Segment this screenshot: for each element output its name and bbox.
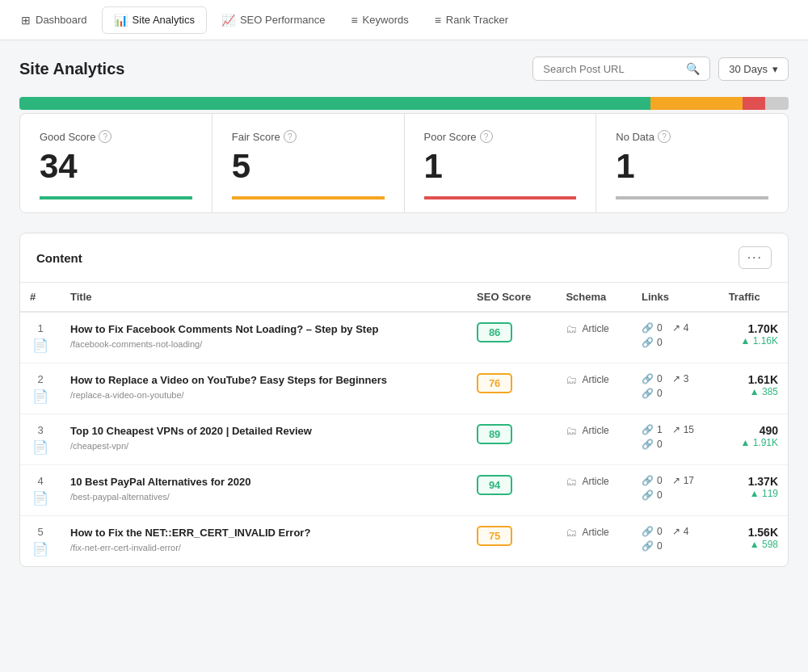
page-title: Site Analytics — [19, 60, 124, 78]
tab-rank-tracker[interactable]: ≡ Rank Tracker — [423, 7, 520, 33]
poor-score-bar — [424, 196, 577, 200]
tab-site-analytics-label: Site Analytics — [133, 14, 195, 26]
cell-traffic: 1.61K ▲ 385 — [719, 363, 788, 414]
score-card-nodata: No Data ? 1 — [596, 114, 788, 212]
cell-links: 🔗 0 ↗ 4 🔗 0 — [632, 312, 719, 363]
score-card-good: Good Score ? 34 — [20, 114, 213, 212]
cell-schema: 🗂 Article — [556, 312, 632, 363]
cell-title: How to Fix the NET::ERR_CERT_INVALID Err… — [61, 516, 467, 567]
cell-seo-score: 75 — [467, 516, 556, 567]
external-link-icon: ↗ — [672, 526, 680, 537]
internal-link-icon: 🔗 — [642, 526, 654, 537]
col-header-schema: Schema — [556, 283, 632, 312]
good-score-help-icon[interactable]: ? — [99, 130, 112, 143]
nodata-score-value: 1 — [616, 149, 768, 183]
cell-seo-score: 86 — [467, 312, 556, 363]
good-score-bar — [40, 196, 192, 200]
schema-icon: 🗂 — [566, 373, 577, 386]
days-label: 30 Days — [729, 63, 768, 75]
good-score-value: 34 — [40, 149, 192, 183]
rank-tracker-icon: ≡ — [435, 14, 441, 27]
search-box[interactable]: 🔍 — [532, 57, 710, 81]
table-row: 4 📄 10 Best PayPal Alternatives for 2020… — [20, 465, 788, 516]
page-header: Site Analytics 🔍 30 Days ▾ — [19, 57, 789, 81]
score-bar-fair — [650, 97, 743, 110]
cell-links: 🔗 1 ↗ 15 🔗 0 — [632, 414, 719, 465]
search-icon: 🔍 — [686, 62, 700, 75]
search-input[interactable] — [543, 63, 680, 75]
doc-icon: 📄 — [32, 439, 48, 455]
content-table: # Title SEO Score Schema Links Traffic 1… — [20, 283, 788, 566]
external-link-icon: ↗ — [672, 424, 680, 435]
table-row: 3 📄 Top 10 Cheapest VPNs of 2020 | Detai… — [20, 414, 788, 465]
schema-icon: 🗂 — [566, 526, 577, 539]
chevron-down-icon: ▾ — [772, 63, 778, 75]
external-link-icon: ↗ — [672, 322, 680, 334]
keywords-icon: ≡ — [351, 14, 357, 27]
cell-links: 🔗 0 ↗ 17 🔗 0 — [632, 465, 719, 516]
nodata-score-label: No Data ? — [616, 130, 768, 143]
cell-num: 2 📄 — [20, 363, 61, 414]
nav-bar: ⊞ Dashboard 📊 Site Analytics 📈 SEO Perfo… — [0, 0, 808, 40]
cell-title: 10 Best PayPal Alternatives for 2020 /be… — [61, 465, 467, 516]
site-analytics-icon: 📊 — [114, 14, 128, 27]
col-header-seo: SEO Score — [467, 283, 556, 312]
cell-num: 5 📄 — [20, 516, 61, 567]
tab-dashboard[interactable]: ⊞ Dashboard — [10, 7, 99, 33]
fair-score-help-icon[interactable]: ? — [284, 130, 297, 143]
tab-seo-performance[interactable]: 📈 SEO Performance — [210, 7, 337, 33]
external-link-icon: ↗ — [672, 475, 680, 486]
nofollow-link-icon: 🔗 — [642, 337, 654, 348]
header-controls: 🔍 30 Days ▾ — [532, 57, 789, 81]
table-header-row: # Title SEO Score Schema Links Traffic — [20, 283, 788, 312]
score-card-poor: Poor Score ? 1 — [405, 114, 597, 212]
internal-link-icon: 🔗 — [642, 475, 654, 486]
schema-icon: 🗂 — [566, 322, 577, 335]
tab-seo-performance-label: SEO Performance — [240, 14, 326, 26]
nofollow-link-icon: 🔗 — [642, 388, 654, 399]
cell-title: How to Fix Facebook Comments Not Loading… — [61, 312, 467, 363]
fair-score-bar — [232, 196, 385, 200]
days-dropdown[interactable]: 30 Days ▾ — [718, 57, 789, 81]
col-header-num: # — [20, 283, 61, 312]
cell-schema: 🗂 Article — [556, 414, 632, 465]
cell-schema: 🗂 Article — [556, 516, 632, 567]
nodata-score-bar — [616, 196, 768, 200]
cell-traffic: 1.37K ▲ 119 — [719, 465, 788, 516]
tab-dashboard-label: Dashboard — [36, 14, 87, 26]
doc-icon: 📄 — [32, 490, 48, 506]
cell-num: 1 📄 — [20, 312, 61, 363]
nofollow-link-icon: 🔗 — [642, 439, 654, 450]
content-card: Content ··· # Title SEO Score Schema Lin… — [19, 233, 789, 567]
score-bar-good — [19, 97, 650, 110]
score-card-fair: Fair Score ? 5 — [213, 114, 405, 212]
doc-icon: 📄 — [32, 388, 48, 404]
col-header-links: Links — [632, 283, 719, 312]
more-options-button[interactable]: ··· — [739, 246, 772, 269]
cell-traffic: 1.70K ▲ 1.16K — [719, 312, 788, 363]
tab-site-analytics[interactable]: 📊 Site Analytics — [102, 6, 207, 34]
nodata-score-help-icon[interactable]: ? — [658, 130, 671, 143]
poor-score-value: 1 — [424, 149, 577, 183]
cell-title: Top 10 Cheapest VPNs of 2020 | Detailed … — [61, 414, 467, 465]
cell-schema: 🗂 Article — [556, 465, 632, 516]
schema-icon: 🗂 — [566, 475, 577, 488]
score-cards: Good Score ? 34 Fair Score ? 5 Poor Scor… — [19, 113, 789, 213]
nofollow-link-icon: 🔗 — [642, 489, 654, 501]
score-bar-poor — [743, 97, 766, 110]
cell-links: 🔗 0 ↗ 4 🔗 0 — [632, 516, 719, 567]
table-row: 2 📄 How to Replace a Video on YouTube? E… — [20, 363, 788, 414]
fair-score-value: 5 — [232, 149, 385, 183]
col-header-traffic: Traffic — [719, 283, 788, 312]
cell-num: 3 📄 — [20, 414, 61, 465]
table-row: 1 📄 How to Fix Facebook Comments Not Loa… — [20, 312, 788, 363]
external-link-icon: ↗ — [672, 373, 680, 384]
cell-seo-score: 89 — [467, 414, 556, 465]
poor-score-help-icon[interactable]: ? — [480, 130, 493, 143]
nofollow-link-icon: 🔗 — [642, 540, 654, 552]
tab-keywords[interactable]: ≡ Keywords — [339, 7, 419, 33]
internal-link-icon: 🔗 — [642, 424, 654, 435]
cell-links: 🔗 0 ↗ 3 🔗 0 — [632, 363, 719, 414]
internal-link-icon: 🔗 — [642, 373, 654, 384]
tab-rank-tracker-label: Rank Tracker — [446, 14, 508, 26]
